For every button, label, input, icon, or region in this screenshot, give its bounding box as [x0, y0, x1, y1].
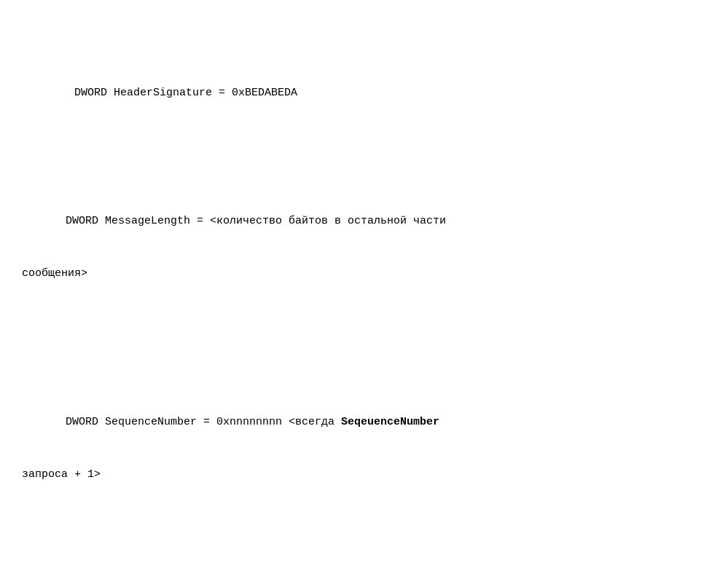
code-content: DWORD HeaderSignature = 0xBEDABEDA DWORD… — [22, 15, 706, 587]
entry-header-signature: DWORD HeaderSignature = 0xBEDABEDA — [22, 67, 706, 119]
entry-sequence-number: DWORD SequenceNumber = 0xnnnnnnnn <всегд… — [22, 379, 706, 519]
entry-message-length-line2: сообщения> — [22, 265, 706, 283]
entry-message-length-line1: DWORD MessageLength = <количество байтов… — [22, 213, 706, 230]
entry-message-length: DWORD MessageLength = <количество байтов… — [22, 178, 706, 318]
entry-seq-line2: запроса + 1> — [22, 466, 706, 484]
entry-seq-line1: DWORD SequenceNumber = 0xnnnnnnnn <всегд… — [22, 414, 706, 431]
entry-protocol-version: DWORD ProtocolVersion = 0x00000001 — [22, 580, 706, 587]
